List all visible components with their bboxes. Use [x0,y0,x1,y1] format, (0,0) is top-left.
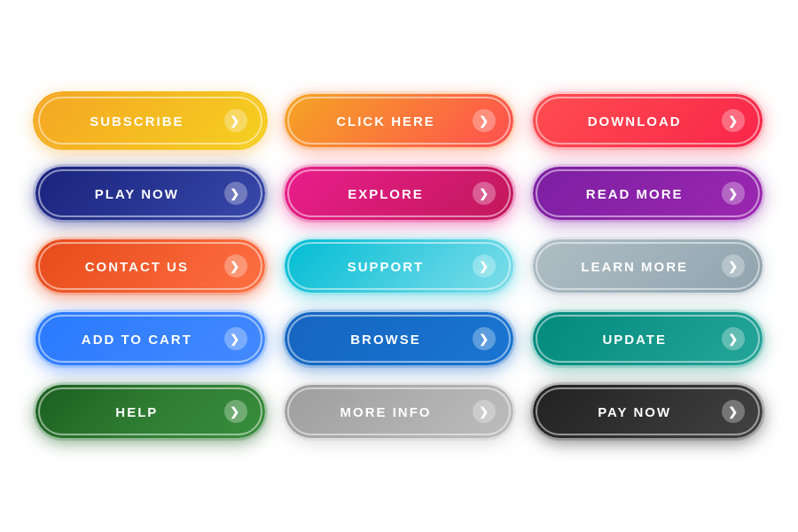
read-more-chevron-icon: ❯ [722,182,745,205]
inner-border [287,169,512,217]
pay-now-button[interactable]: PAY NOW ❯ [533,385,763,438]
click-here-chevron-icon: ❯ [473,109,496,132]
browse-button[interactable]: BROWSE ❯ [285,312,514,365]
inner-border [287,387,512,435]
explore-button[interactable]: EXPLORE ❯ [285,167,514,220]
inner-border [536,97,760,145]
inner-border [536,169,760,217]
more-info-button[interactable]: MORE INFO ❯ [285,385,514,438]
play-now-label: PLAY NOW [53,186,221,201]
learn-more-label: LEARN MORE [551,259,718,274]
subscribe-label: SUBSCRIBE [53,113,221,129]
contact-us-chevron-icon: ❯ [224,254,247,278]
learn-more-chevron-icon: ❯ [722,254,745,278]
download-chevron-icon: ❯ [722,109,745,132]
inner-border [536,242,760,290]
support-label: SUPPORT [302,259,470,274]
subscribe-button[interactable]: SUBSCRIBE ❯ [35,94,265,147]
inner-border [287,315,512,363]
add-to-cart-button[interactable]: ADD TO CART ❯ [35,312,265,365]
more-info-chevron-icon: ❯ [473,400,496,423]
support-button[interactable]: SUPPORT ❯ [285,239,514,293]
inner-border [287,97,512,145]
add-to-cart-label: ADD TO CART [53,332,221,347]
support-chevron-icon: ❯ [473,254,496,278]
browse-label: BROWSE [302,332,470,347]
inner-border [536,315,760,363]
more-info-label: MORE INFO [302,404,470,419]
inner-border [38,315,262,363]
explore-label: EXPLORE [302,186,470,201]
download-button[interactable]: DOWNLOAD ❯ [533,94,763,147]
inner-border [38,387,262,435]
inner-border [287,242,512,290]
pay-now-label: PAY NOW [551,404,718,419]
click-here-label: CLICK HERE [302,113,470,129]
pay-now-chevron-icon: ❯ [722,400,745,423]
read-more-label: READ MORE [551,186,718,201]
inner-border [38,242,262,290]
update-button[interactable]: UPDATE ❯ [533,312,763,365]
update-chevron-icon: ❯ [722,327,745,350]
contact-us-button[interactable]: CONTACT US ❯ [35,239,265,293]
button-grid: SUBSCRIBE ❯ CLICK HERE ❯ DOWNLOAD ❯ PLAY… [0,67,798,465]
read-more-button[interactable]: READ MORE ❯ [533,167,763,220]
inner-border [38,97,262,145]
help-label: HELP [53,404,221,419]
help-chevron-icon: ❯ [224,400,247,423]
contact-us-label: CONTACT US [53,259,221,274]
browse-chevron-icon: ❯ [473,327,496,350]
play-now-chevron-icon: ❯ [224,182,247,205]
learn-more-button[interactable]: LEARN MORE ❯ [533,239,763,293]
inner-border [38,169,262,217]
click-here-button[interactable]: CLICK HERE ❯ [285,94,514,147]
play-now-button[interactable]: PLAY NOW ❯ [35,167,265,220]
inner-border [536,387,760,435]
explore-chevron-icon: ❯ [473,182,496,205]
update-label: UPDATE [551,332,718,347]
add-to-cart-chevron-icon: ❯ [224,327,247,350]
download-label: DOWNLOAD [551,113,718,129]
help-button[interactable]: HELP ❯ [35,385,265,438]
subscribe-chevron-icon: ❯ [224,109,247,132]
